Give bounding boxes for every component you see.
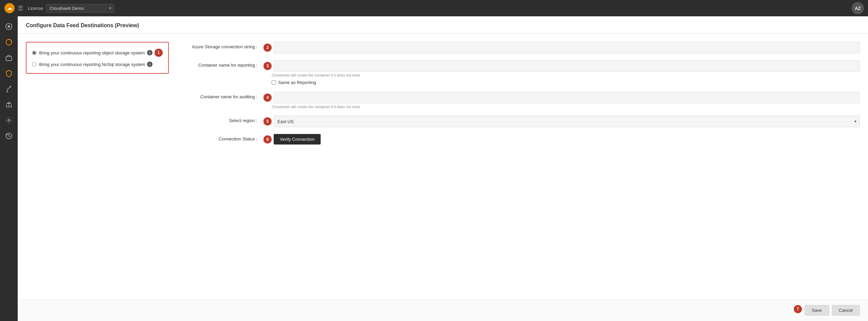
sidebar-item-history[interactable] [2, 129, 16, 143]
object-storage-info-icon[interactable]: i [147, 50, 152, 55]
connection-string-input[interactable] [274, 42, 860, 53]
radio-object-storage-label: Bring your continuous reporting object s… [39, 50, 145, 55]
bank-icon [5, 101, 13, 108]
connection-string-field-wrap: 2 [261, 42, 860, 53]
home-icon [5, 23, 13, 30]
same-as-reporting-label: Same as Reporting [278, 80, 316, 85]
dashboard-icon [5, 38, 13, 46]
container-auditing-field-wrap: 4 Cloudneeti will create the container i… [261, 92, 860, 109]
sidebar-item-tools[interactable] [2, 82, 16, 96]
sidebar-item-settings[interactable] [2, 114, 16, 127]
svg-point-11 [8, 119, 10, 121]
gear-icon [5, 117, 13, 124]
sidebar-item-home[interactable] [2, 20, 16, 33]
topbar-title: License [28, 6, 43, 11]
sidebar-item-dashboard[interactable] [2, 35, 16, 49]
radio-nosql-storage[interactable]: Bring your continuous reporting NoSql st… [32, 62, 163, 67]
sidebar [0, 16, 18, 321]
storage-options-box: Bring your continuous reporting object s… [26, 42, 169, 74]
license-dropdown[interactable]: Cloudneeti Demo [46, 4, 114, 13]
tools-icon [5, 85, 13, 93]
sidebar-item-shield[interactable] [2, 67, 16, 80]
page-title: Configure Data Feed Destinations (Previe… [26, 22, 860, 29]
svg-marker-10 [6, 102, 12, 104]
license-dropdown-wrap[interactable]: Cloudneeti Demo [46, 4, 114, 13]
step-badge-6: 6 [263, 135, 272, 143]
connection-string-label: Azure Storage connection string : [180, 42, 261, 49]
container-auditing-hint: Cloudneeti will create the container if … [272, 105, 860, 109]
svg-rect-6 [6, 107, 12, 107]
container-reporting-field-wrap: 3 Cloudneeti will create the container i… [261, 60, 860, 85]
container-auditing-row: Container name for auditing : 4 Cloudnee… [180, 92, 860, 109]
radio-nosql-storage-label: Bring your continuous reporting NoSql st… [39, 62, 145, 67]
topbar: ☁ ☰ License Cloudneeti Demo AZ [0, 0, 868, 16]
svg-rect-8 [9, 104, 9, 106]
radio-object-storage-input[interactable] [32, 51, 36, 55]
step-badge-7: 7 [794, 305, 802, 313]
same-as-reporting-row: Same as Reporting [272, 80, 860, 85]
step-badge-4: 4 [263, 94, 272, 102]
nosql-storage-info-icon[interactable]: i [147, 62, 152, 67]
form-area: Bring your continuous reporting object s… [18, 34, 868, 299]
main-layout: Configure Data Feed Destinations (Previe… [0, 16, 868, 321]
select-region-dropdown[interactable]: East US West US Central US North Europe … [274, 116, 860, 127]
container-reporting-row: Container name for reporting : 3 Cloudne… [180, 60, 860, 85]
svg-rect-5 [6, 56, 12, 61]
select-region-wrap[interactable]: East US West US Central US North Europe … [274, 116, 860, 127]
right-panel: Azure Storage connection string : 2 Cont… [180, 42, 860, 291]
same-as-reporting-checkbox[interactable] [272, 80, 276, 85]
user-avatar[interactable]: AZ [852, 2, 864, 14]
connection-status-label: Connection Status : [180, 134, 261, 141]
verify-connection-button[interactable]: Verify Connection [274, 134, 321, 145]
left-panel: Bring your continuous reporting object s… [26, 42, 169, 291]
step-badge-2: 2 [263, 44, 272, 52]
connection-status-row: Connection Status : 6 Verify Connection [180, 134, 860, 145]
save-button[interactable]: Save [805, 305, 829, 316]
container-auditing-input[interactable] [274, 92, 860, 103]
select-region-row: Select region : 5 East US West US Centra… [180, 116, 860, 127]
step-badge-5: 5 [263, 117, 272, 125]
shield-icon [5, 70, 13, 77]
select-region-label: Select region : [180, 116, 261, 123]
page-header: Configure Data Feed Destinations (Previe… [18, 16, 868, 34]
app-logo: ☁ [4, 3, 15, 14]
container-reporting-label: Container name for reporting : [180, 60, 261, 68]
container-reporting-hint: Cloudneeti will create the container if … [272, 73, 860, 77]
sidebar-item-briefcase[interactable] [2, 51, 16, 65]
radio-nosql-storage-input[interactable] [32, 62, 36, 67]
container-reporting-input[interactable] [274, 60, 860, 72]
form-footer: 7 Save Cancel [18, 299, 868, 321]
menu-icon[interactable]: ☰ [18, 4, 23, 12]
history-icon [5, 132, 13, 140]
content-area: Configure Data Feed Destinations (Previe… [18, 16, 868, 321]
svg-rect-9 [11, 104, 12, 106]
svg-rect-7 [6, 104, 7, 106]
cancel-button[interactable]: Cancel [832, 305, 860, 316]
briefcase-icon [5, 54, 13, 62]
svg-text:☁: ☁ [7, 5, 12, 11]
sidebar-item-bank[interactable] [2, 98, 16, 112]
radio-object-storage[interactable]: Bring your continuous reporting object s… [32, 49, 163, 57]
container-auditing-label: Container name for auditing : [180, 92, 261, 99]
verify-connection-label: Verify Connection [280, 137, 315, 142]
connection-string-row: Azure Storage connection string : 2 [180, 42, 860, 53]
step-badge-3: 3 [263, 62, 272, 70]
svg-point-3 [7, 25, 10, 28]
step-badge-1: 1 [155, 49, 163, 57]
